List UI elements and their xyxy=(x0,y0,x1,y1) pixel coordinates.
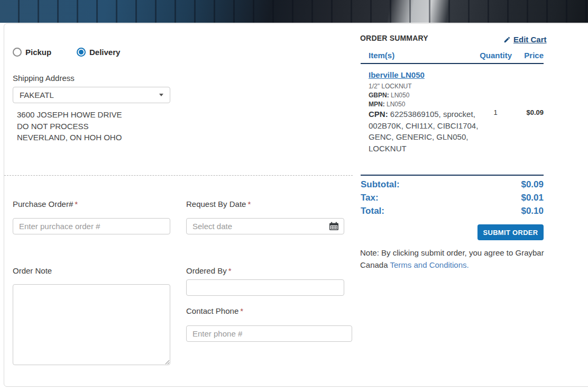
item-price: $0.09 xyxy=(520,108,544,116)
pickup-radio-group: Pickup xyxy=(13,48,51,57)
required-asterisk: * xyxy=(228,266,232,275)
request-by-date-input[interactable] xyxy=(186,218,344,234)
calendar-icon[interactable] xyxy=(329,222,339,233)
header-rule xyxy=(361,63,544,64)
required-asterisk: * xyxy=(247,199,251,208)
order-note-label: Order Note xyxy=(13,266,52,275)
chevron-down-icon xyxy=(159,94,163,96)
pencil-icon xyxy=(503,36,511,43)
subtotal-row: Subtotal: $0.09 xyxy=(361,179,544,190)
shipping-address-selected-value: FAKEATL xyxy=(20,90,54,99)
subtotal-value: $0.09 xyxy=(521,179,544,190)
contact-phone-label: Contact Phone* xyxy=(186,306,243,315)
item-name-link[interactable]: Iberville LN050 xyxy=(369,70,425,79)
edit-cart-label: Edit Cart xyxy=(513,35,547,44)
address-line: 3600 JOSEPH HOWE DRIVE xyxy=(17,109,122,121)
shipping-address-block: 3600 JOSEPH HOWE DRIVE DO NOT PROCESS NE… xyxy=(17,109,122,143)
ordered-by-input[interactable] xyxy=(186,279,344,296)
item-mpn: MPN: LN050 xyxy=(369,101,405,108)
total-value: $0.10 xyxy=(521,206,544,216)
address-line: DO NOT PROCESS xyxy=(17,121,122,132)
terms-note: Note: By clicking submit order, you agre… xyxy=(360,247,552,271)
purchase-order-label: Purchase Order#* xyxy=(13,199,78,208)
totals-rule xyxy=(361,175,544,176)
section-divider xyxy=(4,175,353,176)
item-gbpn: GBPN: LN050 xyxy=(369,92,409,99)
order-summary-title: ORDER SUMMARY xyxy=(360,34,428,42)
purchase-order-input[interactable] xyxy=(13,218,170,234)
tax-label: Tax: xyxy=(361,193,379,203)
tax-row: Tax: $0.01 xyxy=(361,193,544,203)
item-quantity: 1 xyxy=(486,108,504,116)
checkout-page: Pickup Delivery Shipping Address FAKEATL… xyxy=(0,0,588,390)
request-by-date-label: Request By Date* xyxy=(186,199,251,208)
delivery-radio[interactable] xyxy=(77,48,86,57)
column-header-quantity: Quantity xyxy=(478,51,512,60)
order-note-textarea[interactable] xyxy=(13,284,170,365)
item-description: 1/2" LOCKNUT xyxy=(369,83,412,90)
column-header-items: Item(s) xyxy=(369,51,394,60)
total-row: Total: $0.10 xyxy=(361,206,544,216)
subtotal-label: Subtotal: xyxy=(361,179,400,190)
shipping-address-label: Shipping Address xyxy=(13,74,75,83)
contact-phone-input[interactable] xyxy=(186,325,352,342)
address-line: NEVERLAND, ON HOH OHO xyxy=(17,132,122,143)
terms-and-conditions-link[interactable]: Terms and Conditions. xyxy=(390,260,468,269)
pickup-radio-label: Pickup xyxy=(25,48,51,57)
edit-cart-link[interactable]: Edit Cart xyxy=(503,35,547,44)
item-cpn: CPN: 62253869105, sprocket, 002B70K, CHI… xyxy=(369,108,484,154)
delivery-radio-label: Delivery xyxy=(89,48,120,57)
hero-banner-image xyxy=(0,0,588,23)
ordered-by-label: Ordered By* xyxy=(186,266,232,275)
required-asterisk: * xyxy=(240,306,243,315)
pickup-radio[interactable] xyxy=(13,48,22,57)
shipping-address-select[interactable]: FAKEATL xyxy=(13,87,170,103)
column-header-price: Price xyxy=(520,51,544,60)
required-asterisk: * xyxy=(75,199,78,208)
submit-order-button[interactable]: SUBMIT ORDER xyxy=(477,224,544,240)
delivery-radio-group: Delivery xyxy=(77,48,120,57)
tax-value: $0.01 xyxy=(521,193,544,203)
total-label: Total: xyxy=(361,206,384,216)
